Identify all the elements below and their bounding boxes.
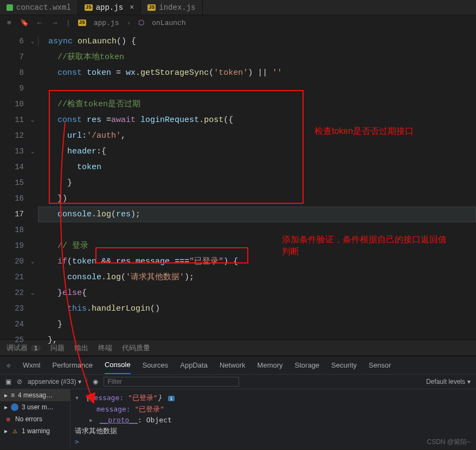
sidebar-toggle-icon[interactable]: ▣ — [5, 378, 11, 385]
console-row: message: "已登录" — [75, 404, 472, 415]
chevron-right-icon: > — [75, 438, 79, 446]
js-icon: JS — [147, 4, 156, 11]
devtab-sensor[interactable]: Sensor — [369, 361, 391, 369]
code-editor[interactable]: 6 7 8 9 10 11 12 13 14 15 16 17 18 19 20… — [0, 30, 476, 339]
devtab-appdata[interactable]: AppData — [180, 361, 208, 369]
filter-input[interactable] — [104, 377, 239, 387]
inspect-icon[interactable]: ⟐ — [7, 361, 11, 369]
tab-app-js[interactable]: JS app.js × — [78, 0, 141, 15]
levels-selector[interactable]: Default levels ▾ — [426, 378, 471, 385]
devtools-tabs: ⟐ Wxml Performance Console Sources AppDa… — [0, 356, 476, 374]
console-row: 请求其他数据 — [75, 426, 472, 436]
menu-icon[interactable]: ≡ — [5, 19, 13, 27]
devtab-performance[interactable]: Performance — [53, 361, 93, 369]
fold-icon[interactable]: ⌄ — [27, 254, 38, 269]
chevron-right-icon: ▸ — [4, 391, 8, 399]
annotation-text-2: 添加条件验证，条件根据自己的接口返回值判断 — [282, 234, 450, 258]
error-icon: ⊗ — [4, 415, 12, 423]
annotation-text-1: 检查token是否否过期接口 — [314, 125, 414, 137]
chevron-right-icon: ▸ — [4, 427, 8, 435]
list-icon: ≡ — [11, 391, 15, 399]
fold-icon[interactable]: ⌄ — [27, 144, 38, 159]
console-toolbar: ▣ ⊘ appservice (#33) ▾ ◉ Default levels … — [0, 374, 476, 389]
editor-toolbar: ≡ 🔖 ← → | JS app.js › ⬡ onLaunch — [0, 15, 476, 30]
devtab-sources[interactable]: Sources — [143, 361, 169, 369]
console-row[interactable]: ▸ __proto__: Object — [75, 415, 472, 426]
fold-icon[interactable]: ⌄ — [27, 285, 38, 301]
breadcrumb-symbol[interactable]: onLaunch — [152, 19, 185, 27]
tab-index-js[interactable]: JS index.js — [141, 0, 202, 15]
devtab-security[interactable]: Security — [331, 361, 357, 369]
message-sidebar: ▸ ≡ 4 messag… ▸ 👤 3 user m… ⊗ No errors … — [0, 389, 70, 449]
warning-icon: ⚠ — [11, 427, 18, 435]
fold-icon[interactable]: ⌄ — [27, 112, 38, 128]
bookmark-icon[interactable]: 🔖 — [21, 19, 28, 27]
context-selector[interactable]: appservice (#33) ▾ — [28, 378, 81, 385]
breadcrumb-file[interactable]: app.js — [94, 19, 119, 27]
tab-label: concact.wxml — [16, 3, 71, 12]
fold-gutter: ⌄ ⌄ ⌄ ⌄ ⌄ — [27, 30, 38, 339]
sidebar-item-errors[interactable]: ⊗ No errors — [0, 413, 70, 425]
line-gutter: 6 7 8 9 10 11 12 13 14 15 16 17 18 19 20… — [0, 30, 27, 339]
chevron-down-icon: ▾ — [467, 378, 471, 385]
method-icon: ⬡ — [138, 18, 144, 27]
tab-label: app.js — [96, 3, 123, 12]
expand-icon[interactable]: ▸ — [89, 416, 93, 424]
sidebar-item-warnings[interactable]: ▸ ⚠ 1 warning — [0, 425, 70, 437]
chevron-right-icon: ▸ — [4, 403, 8, 411]
nav-forward-icon[interactable]: → — [51, 19, 59, 27]
devtab-storage[interactable]: Storage — [295, 361, 320, 369]
info-icon[interactable]: i — [168, 396, 174, 401]
tab-label: index.js — [159, 3, 195, 12]
devtab-console[interactable]: Console — [105, 356, 131, 374]
console-body: ▸ ≡ 4 messag… ▸ 👤 3 user m… ⊗ No errors … — [0, 389, 476, 449]
devtab-memory[interactable]: Memory — [258, 361, 283, 369]
console-row[interactable]: ▾ {message: "已登录"} i — [75, 393, 472, 404]
chevron-right-icon: › — [126, 19, 131, 27]
watermark: CSDN @紫陌~ — [427, 438, 471, 447]
devtab-network[interactable]: Network — [220, 361, 246, 369]
console-prompt[interactable]: > — [75, 436, 472, 447]
annotation-box-2 — [95, 247, 248, 263]
fold-icon[interactable]: ⌄ — [27, 34, 38, 49]
eye-icon[interactable]: ◉ — [93, 378, 98, 385]
wxml-icon — [7, 4, 13, 11]
tab-concact-wxml[interactable]: concact.wxml — [0, 0, 78, 15]
expand-icon[interactable]: ▾ — [75, 394, 79, 402]
clear-console-icon[interactable]: ⊘ — [17, 378, 22, 385]
console-output[interactable]: ▾ {message: "已登录"} i message: "已登录" ▸ __… — [70, 389, 476, 449]
sidebar-header[interactable]: ▸ ≡ 4 messag… — [0, 389, 70, 401]
js-icon: JS — [85, 4, 93, 11]
editor-tabs: concact.wxml JS app.js × JS index.js — [0, 0, 476, 15]
js-icon: JS — [78, 20, 86, 26]
sidebar-item-user[interactable]: ▸ 👤 3 user m… — [0, 401, 70, 413]
chevron-down-icon: ▾ — [78, 378, 81, 385]
nav-back-icon[interactable]: ← — [36, 19, 43, 27]
user-icon: 👤 — [11, 403, 18, 411]
annotation-box-1 — [49, 90, 304, 204]
devtab-wxml[interactable]: Wxml — [23, 361, 41, 369]
close-icon[interactable]: × — [130, 3, 134, 12]
